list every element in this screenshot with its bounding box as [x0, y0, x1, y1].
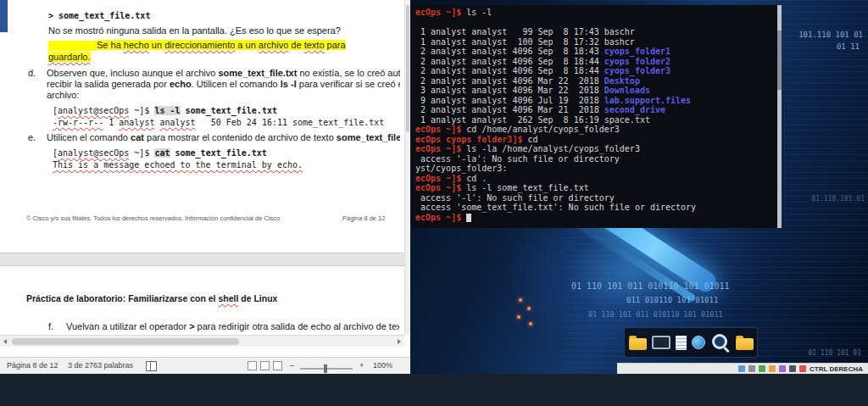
- doc-code-redirect: > some_text_file.txt: [48, 10, 150, 21]
- vbox-host-key-label: CTRL DERECHA: [810, 365, 863, 373]
- globe-icon[interactable]: [692, 336, 705, 349]
- doc-answer-line1: Se ha hecho un direccionamiento a un arc…: [48, 40, 346, 51]
- terminal-line: ecOps cyops_folder3]$ cd: [415, 135, 773, 145]
- terminal-line: 2 analyst analyst 4096 Sep 8 18:44 cyops…: [415, 66, 773, 76]
- view-read-mode-icon[interactable]: [248, 361, 257, 370]
- terminal-line: 9 analyst analyst 4096 Jul 19 2018 lab.s…: [415, 96, 773, 106]
- vbox-mouse-icon[interactable]: [799, 365, 806, 372]
- terminal-line: 2 analyst analyst 4096 Sep 8 18:43 cyops…: [415, 47, 773, 57]
- doc-item-d-label: d.: [28, 68, 36, 79]
- terminal-window[interactable]: ecOps ~]$ ls -l 1 analyst analyst 99 Sep…: [411, 5, 782, 228]
- terminal-line: 1 analyst analyst 99 Sep 8 17:43 baschr: [415, 27, 773, 37]
- doc-code-ls-output: -rw-r--r-- 1 analyst analyst 50 Feb 24 1…: [53, 117, 384, 128]
- magnifier-icon[interactable]: [710, 332, 731, 353]
- doc-page2-header: Práctica de laboratorio: Familiarizarse …: [26, 293, 277, 304]
- terminal-output: ecOps ~]$ ls -l 1 analyst analyst 99 Sep…: [415, 8, 773, 222]
- wallpaper-dot: [527, 307, 531, 310]
- terminal-line: 2 analyst analyst 4096 Sep 8 18:44 cyops…: [415, 57, 773, 67]
- terminal-line: ecOps ~]$ cd .: [415, 174, 773, 184]
- terminal-line: ecOps ~]$ ls -la /home/analyst/cyops_fol…: [415, 144, 773, 154]
- doc-item-d-line3: archivo:: [47, 90, 80, 101]
- windows-taskbar: P X Google ... W 3.1.2.7 L... Oracle V..…: [0, 374, 868, 406]
- terminal-line: 1 analyst analyst 100 Sep 8 17:32 bashcr: [415, 37, 773, 47]
- doc-item-f-line1: Vuelvan a utilizar el operador > para re…: [66, 321, 399, 332]
- doc-item-e-label: e.: [28, 132, 36, 143]
- spellcheck-icon[interactable]: [146, 361, 157, 371]
- doc-code-cat-output: This is a message echoed to the terminal…: [53, 159, 303, 170]
- terminal-scrollbar-thumb[interactable]: [777, 31, 782, 90]
- doc-footer-page: Página 8 de 12: [342, 213, 385, 224]
- monitor-icon[interactable]: [652, 336, 670, 349]
- wallpaper-dot: [517, 315, 520, 319]
- terminal-line: 2 analyst analyst 4096 Mar 22 2018 Deskt…: [415, 76, 773, 86]
- vbox-usb-icon[interactable]: [769, 365, 776, 372]
- wallpaper-dot: [529, 322, 532, 325]
- view-print-layout-icon[interactable]: [260, 361, 270, 370]
- doc-code-cat-command: [analyst@secOps ~]$ cat some_text_file.t…: [53, 147, 267, 159]
- wallpaper-binary-text: 101.110 101 01: [798, 31, 863, 39]
- folder-icon[interactable]: [736, 338, 754, 350]
- scroll-right-arrow-icon[interactable]: [398, 339, 401, 344]
- view-web-layout-icon[interactable]: [273, 361, 282, 370]
- vbox-recording-icon[interactable]: [789, 365, 796, 372]
- doc-item-e-line1: Utilicen el comando cat para mostrar el …: [47, 132, 400, 143]
- wallpaper-binary-text: 01 110 101 011 010110 101 01011: [588, 310, 723, 319]
- vm-dock: [624, 327, 758, 358]
- virtualbox-status-bar: CTRL DERECHA: [617, 363, 868, 374]
- word-status-bar: Página 8 de 12 3 de 2763 palabras – + 10…: [0, 357, 410, 374]
- doc-footer-copyright: © Cisco y/o sus filiales. Todos los dere…: [26, 213, 280, 224]
- terminal-line: 2 analyst analyst 4096 Mar 21 2018 secon…: [415, 105, 773, 115]
- terminal-line: yst/cyops_folder3:: [415, 164, 773, 174]
- terminal-line: ecOps ~]$ ls -l some_text_file.txt: [415, 183, 773, 193]
- scroll-left-arrow-icon[interactable]: [3, 339, 7, 344]
- terminal-line: [415, 18, 773, 28]
- doc-item-d-line1: Observen que, incluso aunque el archivo …: [47, 68, 400, 79]
- vbox-shared-folder-icon[interactable]: [779, 365, 786, 372]
- document-icon[interactable]: [676, 336, 687, 350]
- word-window: > some_text_file.txt No se mostró ningun…: [0, 0, 410, 374]
- terminal-line: 1 analyst analyst 262 Sep 8 16:19 space.…: [415, 115, 773, 125]
- vertical-scrollbar-thumb[interactable]: [406, 5, 409, 132]
- zoom-slider-thumb[interactable]: [324, 364, 327, 373]
- status-word-count[interactable]: 3 de 2763 palabras: [68, 361, 133, 370]
- terminal-scrollbar[interactable]: [777, 5, 782, 228]
- terminal-line: 3 analyst analyst 4096 Mar 22 2018 Downl…: [415, 86, 773, 96]
- doc-code-ls-command: [analyst@secOps ~]$ ls -l some_text_file…: [53, 105, 277, 116]
- wallpaper-binary-text: 011 010110 101 01011: [626, 296, 718, 304]
- zoom-level-label[interactable]: 100%: [373, 361, 392, 370]
- wallpaper-dot: [519, 298, 522, 302]
- screen: > some_text_file.txt No se mostró ningun…: [0, 0, 868, 406]
- horizontal-scrollbar[interactable]: [0, 335, 404, 347]
- terminal-line: ecOps ~]$ cd /home/analyst/cyops_folder3: [415, 125, 773, 135]
- terminal-line: access 'some_text_file.txt': No such fil…: [415, 203, 773, 213]
- horizontal-scrollbar-thumb[interactable]: [12, 338, 239, 345]
- doc-question: No se mostró ninguna salida en la pantal…: [48, 25, 341, 36]
- terminal-cursor: [466, 214, 471, 222]
- doc-item-d-line2: recibir la salida generada por echo. Uti…: [47, 79, 400, 90]
- wallpaper-binary-text: 01 11: [837, 42, 860, 51]
- wallpaper-binary-text: 01 110 101 011 010110 101 01011: [571, 281, 730, 291]
- vbox-network-icon[interactable]: [759, 365, 765, 372]
- answer-blank: [48, 41, 97, 51]
- vertical-scrollbar[interactable]: [404, 0, 410, 335]
- folder-icon[interactable]: [629, 338, 647, 350]
- page-break-gap: [0, 253, 404, 266]
- vbox-disk-icon[interactable]: [748, 365, 755, 372]
- zoom-out-button[interactable]: –: [290, 361, 294, 370]
- doc-answer-line2: guardarlo.: [48, 52, 91, 63]
- wallpaper-binary-text: 01 110 101 01: [808, 349, 861, 357]
- wallpaper-binary-text: 01.110.101.01: [811, 195, 865, 203]
- word-window-edge: [0, 0, 8, 32]
- doc-item-f-label: f.: [48, 321, 53, 332]
- terminal-line: access '-la': No such file or directory: [415, 154, 773, 164]
- vbox-display-icon[interactable]: [738, 365, 745, 372]
- terminal-line: ecOps ~]$ ls -l: [415, 8, 773, 18]
- status-page-indicator[interactable]: Página 8 de 12: [7, 361, 58, 370]
- zoom-in-button[interactable]: +: [359, 361, 364, 370]
- terminal-line: access '-l': No such file or directory: [415, 193, 773, 203]
